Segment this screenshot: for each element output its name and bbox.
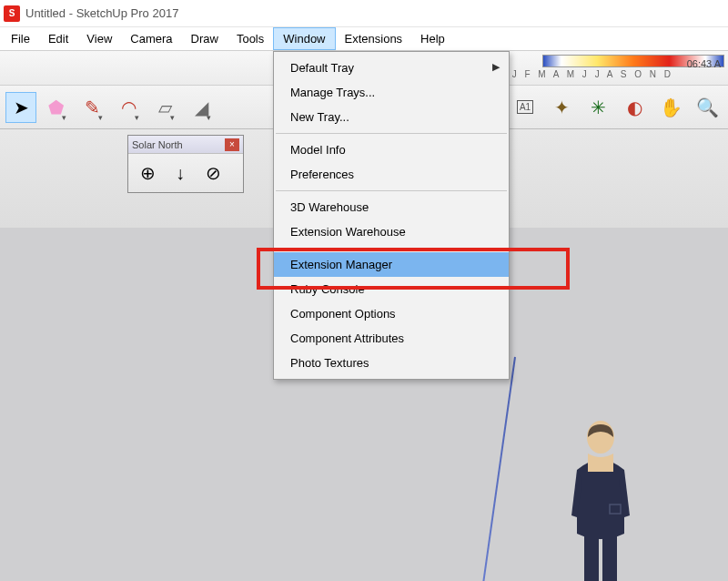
arc-tool-icon[interactable]: ◠▾: [115, 92, 146, 123]
section-tool-icon[interactable]: ✦: [546, 92, 577, 123]
menu-file[interactable]: File: [2, 27, 39, 50]
hand-tool-icon[interactable]: ✋: [655, 92, 686, 123]
shadow-time-label: 06:43 A: [687, 58, 721, 69]
menu-separator: [276, 248, 507, 249]
title-bar: S Untitled - SketchUp Pro 2017: [0, 0, 728, 27]
shadow-month-ticks: J F M A M J J A S O N D: [512, 69, 673, 79]
chevron-down-icon[interactable]: ▾: [170, 113, 175, 122]
dimension-tool-icon[interactable]: A1: [510, 92, 541, 123]
menu-item-extension-manager[interactable]: Extension Manager: [274, 252, 509, 277]
rectangle-tool-icon[interactable]: ▱▾: [151, 92, 182, 123]
menu-window[interactable]: Window: [273, 27, 335, 50]
model-edge-line: [479, 357, 516, 581]
menu-item-component-options[interactable]: Component Options: [274, 301, 509, 326]
menu-separator: [276, 133, 507, 134]
rotate-tool-icon[interactable]: ◐: [619, 92, 650, 123]
scale-figure-icon: [555, 417, 646, 581]
menu-bar: FileEditViewCameraDrawToolsWindowExtensi…: [0, 27, 728, 51]
chevron-down-icon[interactable]: ▾: [207, 113, 211, 122]
pencil-tool-icon[interactable]: ✎▾: [78, 92, 109, 123]
solar-north-title: Solar North: [132, 139, 183, 150]
window-menu-dropdown: Default Tray▶Manage Trays...New Tray...M…: [273, 51, 510, 380]
menu-separator: [276, 190, 507, 191]
app-icon: S: [4, 5, 20, 22]
window-title: Untitled - SketchUp Pro 2017: [25, 6, 178, 20]
eraser-tool-icon[interactable]: ⬟▾: [42, 92, 73, 123]
north-set-icon[interactable]: ↓: [167, 159, 194, 187]
menu-help[interactable]: Help: [411, 27, 454, 50]
chevron-down-icon[interactable]: ▾: [98, 113, 103, 122]
chevron-down-icon[interactable]: ▾: [62, 113, 66, 122]
menu-item-ruby-console[interactable]: Ruby Console: [274, 277, 509, 301]
solar-north-toolbar[interactable]: Solar North × ⊕↓⊘: [127, 135, 244, 193]
menu-item-manage-trays[interactable]: Manage Trays...: [274, 80, 509, 105]
menu-tools[interactable]: Tools: [228, 27, 273, 50]
menu-item-new-tray[interactable]: New Tray...: [274, 105, 509, 129]
svg-rect-3: [602, 534, 617, 581]
submenu-arrow-icon: ▶: [492, 61, 500, 73]
menu-extensions[interactable]: Extensions: [336, 27, 412, 50]
zoom-tool-icon[interactable]: 🔍: [692, 92, 723, 123]
menu-item-component-attributes[interactable]: Component Attributes: [274, 326, 509, 351]
menu-view[interactable]: View: [77, 27, 121, 50]
menu-item-default-tray[interactable]: Default Tray▶: [274, 56, 509, 80]
menu-item-model-info[interactable]: Model Info: [274, 138, 509, 162]
menu-camera[interactable]: Camera: [121, 27, 181, 50]
axes-tool-icon[interactable]: ✳: [582, 92, 613, 123]
menu-item-photo-textures[interactable]: Photo Textures: [274, 351, 509, 375]
svg-rect-2: [584, 534, 599, 581]
close-icon[interactable]: ×: [225, 138, 239, 151]
select-tool-icon[interactable]: ➤: [5, 92, 36, 123]
north-angle-icon[interactable]: ⊘: [199, 159, 227, 187]
chevron-down-icon[interactable]: ▾: [135, 113, 139, 122]
menu-draw[interactable]: Draw: [182, 27, 228, 50]
menu-item-3d-warehouse[interactable]: 3D Warehouse: [274, 195, 509, 219]
menu-edit[interactable]: Edit: [39, 27, 77, 50]
menu-item-preferences[interactable]: Preferences: [274, 162, 509, 187]
compass-icon[interactable]: ⊕: [134, 159, 161, 187]
shape-tool-icon[interactable]: ◢▾: [187, 92, 218, 123]
menu-item-extension-warehouse[interactable]: Extension Warehouse: [274, 219, 509, 244]
solar-north-title-bar[interactable]: Solar North ×: [128, 136, 243, 154]
